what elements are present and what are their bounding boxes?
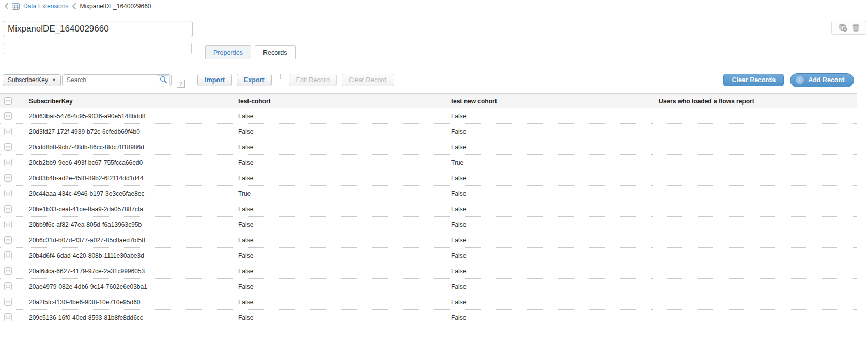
flows-report-cell: [653, 139, 857, 155]
test-cohort-cell: False: [232, 263, 445, 279]
test-new-cohort-cell: False: [445, 217, 653, 232]
subscriber-key-cell: 20b6c31d-b07d-4377-a027-85c0aed7bf58: [23, 232, 232, 248]
help-icon[interactable]: ?: [177, 80, 185, 88]
row-checkbox[interactable]: [4, 205, 12, 213]
row-checkbox[interactable]: [4, 143, 12, 151]
subscriber-key-cell: 20be1b33-ceaf-41ce-8aa9-2da057887cfa: [23, 201, 232, 217]
test-new-cohort-cell: False: [445, 139, 653, 155]
breadcrumb-separator-chevron-icon: [72, 3, 76, 9]
row-select-cell: [0, 217, 23, 232]
row-checkbox[interactable]: [4, 282, 12, 290]
column-header-test-new-cohort: test new cohort: [445, 94, 653, 108]
add-record-button[interactable]: + Add Record: [790, 73, 854, 87]
row-select-cell: [0, 124, 23, 139]
flows-report-cell: [653, 279, 857, 294]
test-cohort-cell: False: [232, 170, 445, 186]
test-cohort-cell: False: [232, 232, 445, 248]
flows-report-cell: [653, 201, 857, 217]
row-checkbox[interactable]: [4, 159, 12, 166]
row-checkbox[interactable]: [4, 112, 12, 120]
title-row: [0, 21, 868, 38]
search-button[interactable]: [157, 75, 170, 85]
column-header-flows-report: Users who loaded a flows report: [653, 94, 857, 108]
breadcrumb-data-extensions-link[interactable]: Data Extensions: [23, 3, 68, 10]
row-checkbox[interactable]: [4, 236, 12, 244]
test-new-cohort-cell: False: [445, 201, 653, 217]
title-actions-box: [831, 21, 866, 35]
row-checkbox[interactable]: [4, 298, 12, 306]
search-field-dropdown-value: SubscriberKey: [8, 76, 48, 84]
table-row: 20b6c31d-b07d-4377-a027-85c0aed7bf58 Fal…: [0, 232, 857, 248]
table-row: 20af6dca-6627-4179-97ce-2a31c9996053 Fal…: [0, 263, 857, 279]
delete-data-extension-icon[interactable]: [853, 24, 859, 32]
copy-data-extension-icon[interactable]: [839, 24, 847, 32]
row-select-cell: [0, 310, 23, 325]
table-row: 20d63baf-5476-4c95-9036-a90e5148bdd8 Fal…: [0, 108, 857, 124]
row-checkbox[interactable]: [4, 267, 12, 275]
export-button[interactable]: Export: [237, 74, 272, 86]
add-record-label: Add Record: [808, 76, 845, 84]
records-toolbar: SubscriberKey ▼ ? Import Export Edit Rec…: [0, 67, 868, 93]
test-cohort-cell: False: [232, 124, 445, 139]
flows-report-cell: [653, 155, 857, 170]
external-key-input[interactable]: [3, 43, 192, 54]
test-new-cohort-cell: False: [445, 170, 653, 186]
select-all-checkbox[interactable]: [4, 97, 12, 105]
tab-bar: Properties Records: [205, 45, 299, 59]
flows-report-cell: [653, 248, 857, 263]
row-checkbox[interactable]: [4, 128, 12, 135]
test-cohort-cell: False: [232, 139, 445, 155]
table-row: 20d3fd27-172f-4939-b72c-6cfedb69f4b0 Fal…: [0, 124, 857, 139]
flows-report-cell: [653, 263, 857, 279]
test-new-cohort-cell: False: [445, 310, 653, 325]
clear-record-button[interactable]: Clear Record: [342, 74, 394, 86]
test-new-cohort-cell: False: [445, 186, 653, 201]
row-checkbox[interactable]: [4, 313, 12, 321]
table-header-row: SubscriberKey test-cohort test new cohor…: [0, 94, 857, 108]
test-cohort-cell: False: [232, 217, 445, 232]
test-new-cohort-cell: True: [445, 155, 653, 170]
clear-records-button[interactable]: Clear Records: [723, 74, 784, 86]
tab-properties[interactable]: Properties: [205, 45, 251, 59]
test-cohort-cell: False: [232, 201, 445, 217]
search-input[interactable]: [62, 74, 172, 86]
row-checkbox[interactable]: [4, 190, 12, 197]
test-new-cohort-cell: False: [445, 232, 653, 248]
subscriber-key-cell: 20c83b4b-ad2e-45f0-89b2-6f2114dd1d44: [23, 170, 232, 186]
row-checkbox[interactable]: [4, 174, 12, 182]
back-chevron-icon[interactable]: [4, 3, 8, 9]
test-new-cohort-cell: False: [445, 108, 653, 124]
breadcrumb: Data Extensions MixpanelDE_1640029660: [0, 0, 868, 11]
flows-report-cell: [653, 217, 857, 232]
test-cohort-cell: False: [232, 155, 445, 170]
search-field-dropdown[interactable]: SubscriberKey ▼: [3, 74, 61, 86]
test-cohort-cell: False: [232, 108, 445, 124]
flows-report-cell: [653, 124, 857, 139]
flows-report-cell: [653, 170, 857, 186]
subscriber-key-cell: 20d3fd27-172f-4939-b72c-6cfedb69f4b0: [23, 124, 232, 139]
flows-report-cell: [653, 232, 857, 248]
data-extension-grid-icon: [12, 3, 20, 10]
column-header-subscriberkey: SubscriberKey: [23, 94, 232, 108]
test-cohort-cell: True: [232, 186, 445, 201]
table-row: 20ae4979-082e-4db6-9c14-7602e6e03ba1 Fal…: [0, 279, 857, 294]
row-select-cell: [0, 263, 23, 279]
table-row: 20b4d6f4-6dad-4c20-808b-1111e30abe3d Fal…: [0, 248, 857, 263]
test-new-cohort-cell: False: [445, 263, 653, 279]
table-body: 20d63baf-5476-4c95-9036-a90e5148bdd8 Fal…: [0, 108, 857, 325]
subscriber-key-cell: 20af6dca-6627-4179-97ce-2a31c9996053: [23, 263, 232, 279]
row-checkbox[interactable]: [4, 251, 12, 259]
table-row: 20c83b4b-ad2e-45f0-89b2-6f2114dd1d44 Fal…: [0, 170, 857, 186]
data-extension-name-input[interactable]: [3, 21, 193, 37]
import-button[interactable]: Import: [197, 74, 232, 86]
row-select-cell: [0, 186, 23, 201]
tab-records[interactable]: Records: [255, 45, 296, 59]
row-select-cell: [0, 201, 23, 217]
subscriber-key-cell: 20bb9f6c-af82-47ea-805d-f6a13963c95b: [23, 217, 232, 232]
subscriber-key-cell: 20cb2bb9-9ee6-493f-bc67-755fcca66ed0: [23, 155, 232, 170]
row-select-cell: [0, 294, 23, 310]
edit-record-button[interactable]: Edit Record: [289, 74, 337, 86]
table-row: 20bb9f6c-af82-47ea-805d-f6a13963c95b Fal…: [0, 217, 857, 232]
records-table: SubscriberKey test-cohort test new cohor…: [0, 93, 857, 325]
row-checkbox[interactable]: [4, 221, 12, 228]
